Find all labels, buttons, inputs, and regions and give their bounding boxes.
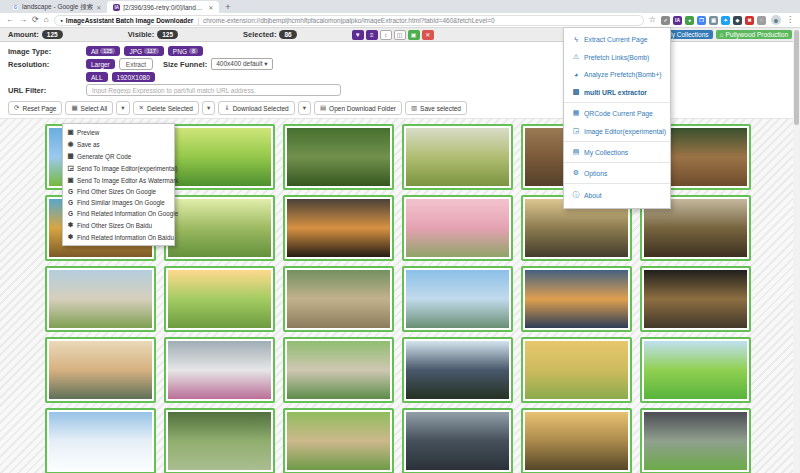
extract-button[interactable]: Extract [119,58,153,70]
resolution-label: Resolution: [0,60,86,69]
image-type-png-button[interactable]: PNG8 [168,46,203,56]
scrollbar-thumb[interactable] [794,30,799,125]
context-menu-item[interactable]: GFind Other Sizes On Google [63,186,174,197]
context-menu-item[interactable]: GFind Related Information On Google [63,208,174,219]
back-icon[interactable]: ← [6,16,14,24]
thumbnail-stone-garden-steps[interactable] [283,266,394,332]
thumbnail-sunlit-garden-path[interactable] [164,266,275,332]
download-selected-button[interactable]: ⇓Download Selected [218,101,294,115]
download-selected-button-dropdown[interactable]: ▾ [298,101,311,115]
image-icon: ▣ [67,128,74,136]
show-selected-button[interactable]: ▣ [408,30,420,40]
home-icon[interactable]: ⌂ [44,16,49,24]
dark-extension-icon[interactable]: ◆ [733,16,742,25]
thumbnail-sunset-lake-silhouettes[interactable] [283,195,394,261]
menu-item[interactable]: ◲Image Editor(experimental) [564,122,670,140]
thumbnail-house-front-lawn[interactable] [640,408,751,473]
thumbnail-golden-rolling-hills[interactable] [521,337,632,403]
page-scrollbar[interactable] [793,28,800,473]
thumbnail-tree-in-sunny-field[interactable] [164,124,275,190]
twitter-extension-icon[interactable]: ✦ [721,16,730,25]
thumbnail-bridge-into-sunrise[interactable] [45,337,156,403]
profile-avatar[interactable]: ☻ [771,15,781,25]
thumbnail-aerial-green-valley[interactable] [402,124,513,190]
browser-tab[interactable]: Glandscape - Google 搜索✕ [6,1,107,13]
menu-item[interactable]: ◕Analyze Prefetch(Bomb+) [564,66,670,83]
thumbnail-mountain-lake-mirror[interactable] [402,266,513,332]
thumbnail-forest-paved-path[interactable] [283,337,394,403]
menu-item[interactable]: ⚠Prefetch Links(Bomb) [564,48,670,66]
filter-funnel-button[interactable]: ▼ [352,30,364,40]
context-menu-item[interactable]: ▣Send To Image Editor As Watermark [63,174,174,186]
thumbnail-aerial-garden-rows[interactable] [164,408,275,473]
size-funnel-select[interactable]: 400x400 default ▾ [211,58,272,70]
thumbnail-mountain-silhouette[interactable] [402,337,513,403]
image-type-all-button[interactable]: All125 [86,46,120,56]
thumbnail-snowy-peaks[interactable] [45,408,156,473]
select-all-button-dropdown[interactable]: ▾ [116,101,129,115]
gray-extension-icon[interactable]: ○ [757,16,766,25]
menu-item[interactable]: ⓘAbout [564,185,670,205]
thumbnail-image [644,270,747,328]
sort-order-button[interactable]: ↕ [380,30,392,40]
delete-selected-button[interactable]: ✕Delete Selected [133,101,199,115]
thumbnail-topiary-garden-walk[interactable] [283,408,394,473]
thumbnail-dramatic-sunset-lake[interactable] [521,266,632,332]
blue-copy-extension-icon[interactable]: ❐ [697,16,706,25]
adblock-extension-icon[interactable]: ✖ [745,16,754,25]
url-filter-input[interactable] [86,84,341,96]
thumbnail-pink-sunset-shore[interactable] [402,195,513,261]
menu-item[interactable]: ϟExtract Current Page [564,31,670,48]
menu-item[interactable]: ▦QRCode Current Page [564,104,670,122]
resolution-all-button[interactable]: ALL [86,72,108,82]
menu-item[interactable]: ⚙Options [564,164,670,182]
thumbnail-image [525,412,628,470]
menu-item[interactable]: ▤multi URL extractor [564,83,670,101]
resolution-1920x1080-button[interactable]: 1920X1080 [112,72,155,82]
reset-page-button[interactable]: ⟳Reset Page [8,101,62,115]
context-menu-item[interactable]: ◲Send To Image Editor(experimental) [63,162,174,174]
checkmark-extension-icon[interactable]: ✓ [661,16,670,25]
context-menu-item[interactable]: ✽Find Related Information On Baidu [63,231,174,243]
thumbnail-flower-mountain-stream[interactable] [164,337,275,403]
menu-item-label: Prefetch Links(Bomb) [584,54,649,61]
view-mode-button[interactable]: ◫ [394,30,406,40]
thumbnail-night-garden-pergola[interactable] [640,266,751,332]
thumbnail-golden-lake-bridge[interactable] [521,408,632,473]
browser-tab[interactable]: IA[2/396/396-retry:0/0]/landsc...✕ [107,1,219,13]
larger-button[interactable]: Larger [86,59,115,69]
browser-menu-icon[interactable]: ⋮ [786,16,794,24]
remove-button[interactable]: ✕ [422,30,434,40]
new-tab-button[interactable]: + [225,2,230,12]
production-button[interactable]: ⌂ Pullywood Production [716,30,792,40]
image-assistant-extension-icon[interactable]: IA [673,16,682,25]
context-menu-item[interactable]: GFind Similar Images On Google [63,197,174,208]
menu-item[interactable]: ▤My Collections [564,143,670,161]
toolbar-button-label: Reset Page [22,105,56,112]
green-dot-extension-icon[interactable]: ● [685,16,694,25]
tab-close-icon[interactable]: ✕ [208,4,213,11]
layout-list-button[interactable]: ≡ [366,30,378,40]
screenshot-extension-icon[interactable]: ▣ [709,16,718,25]
bookmark-star-icon[interactable]: ☆ [649,16,656,24]
context-menu-item[interactable]: ✽Find Other Sizes On Baidu [63,219,174,231]
thumbnail-green-meadow-hills[interactable] [640,337,751,403]
save-selected-button[interactable]: ▥Save selected [405,101,467,115]
google-icon: G [67,210,74,217]
delete-selected-button-dropdown[interactable]: ▾ [202,101,215,115]
thumbnail-waves-on-shore[interactable] [45,266,156,332]
refresh-icon[interactable]: ⟳ [32,16,39,24]
context-menu-item[interactable]: ▦Generate QR Code [63,150,174,162]
thumbnail-aerial-forest-river[interactable] [283,124,394,190]
thumbnail-hillside-with-trees[interactable] [164,195,275,261]
context-menu-item[interactable]: ◉Save as [63,138,174,150]
image-type-jpg-button[interactable]: JPG117 [124,46,163,56]
forward-icon[interactable]: → [19,16,27,24]
download-icon: ⇓ [224,104,229,112]
tab-close-icon[interactable]: ✕ [96,4,101,11]
thumbnail-canyon-waterfall[interactable] [402,408,513,473]
open-download-folder-button[interactable]: ▤Open Download Folder [314,101,402,115]
url-field[interactable]: ▪ ImageAssistant Batch Image Downloader … [54,15,644,26]
context-menu-item[interactable]: ▣Preview [63,126,174,138]
select-all-button[interactable]: ▦Select All [65,101,113,115]
